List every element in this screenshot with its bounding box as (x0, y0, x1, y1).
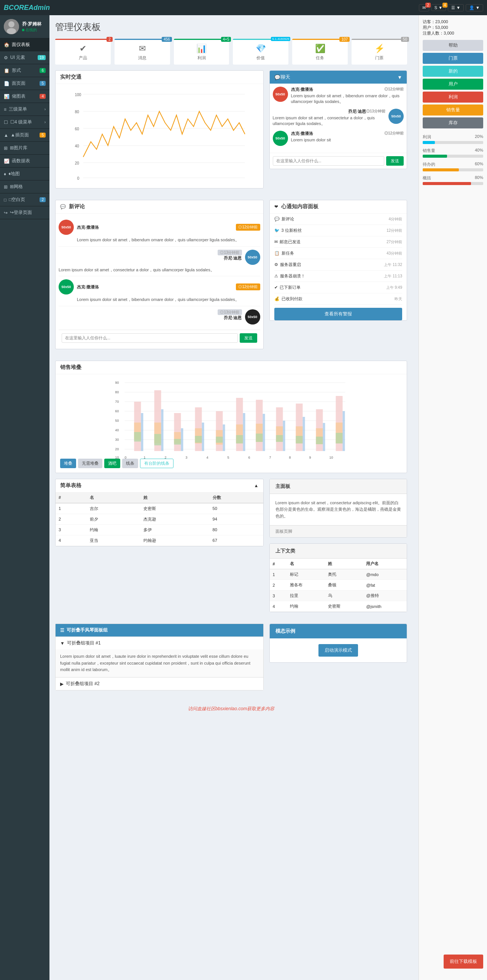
comment-item-4: 50x50 ◎13分钟前 乔尼·迪恩 (59, 306, 260, 330)
svg-rect-78 (296, 436, 303, 444)
info-box-messages[interactable]: ✉ 消息 456 (115, 39, 170, 65)
ticket-button[interactable]: 门票 (423, 53, 483, 64)
user-info: 乔·罗姆林 在线的 (22, 21, 42, 33)
svg-rect-46 (134, 432, 141, 442)
context-table-box: 上下文类 # 名 姓 用户名 (269, 543, 407, 612)
sidebar-item-menu3[interactable]: ≡三级菜单› (0, 103, 49, 116)
top-header: BCOREAdmin ✉ 2 S ▼ 4 ☰ ▼ 👤 ▼ (0, 0, 487, 15)
view-all-button[interactable]: 查看所有警报 (274, 308, 402, 320)
svg-text:50: 50 (115, 419, 119, 423)
modal-open-button[interactable]: 启动演示模式 (318, 644, 358, 657)
header-badge-notifications[interactable]: S ▼ 4 (431, 4, 446, 11)
stock-button[interactable]: 库存 (423, 118, 483, 129)
info-box-product[interactable]: ✔ 产品 2 (55, 39, 111, 65)
gallery-icon: ⊞ (4, 146, 8, 151)
sidebar-menu: 🏠面仪表板 ⚙UI 元素19 📋形式6 📄面页面5 📊储图表4 ≡三级菜单› ☐… (0, 38, 49, 219)
sidebar-item-grid[interactable]: ⊞⊞网格 (0, 180, 49, 193)
help-button[interactable]: 帮助 (423, 40, 483, 51)
sidebar-item-inserts[interactable]: ▲▲插页面5 (0, 129, 49, 142)
info-box-value[interactable]: 💎 价值 S.1.4160929 (233, 39, 288, 65)
accordion-item-1-header[interactable]: ▼ 可折叠组项目 #1 (56, 637, 263, 649)
accordion-item-1-body: Lorem ipsum dolor sit amet，luaute irure … (56, 649, 263, 677)
product-label: 产品 (79, 55, 87, 61)
stat-sales: 销售量 40% (423, 148, 483, 158)
context-table: # 名 姓 用户名 1 标记 奥托 (270, 558, 407, 612)
notif-item-8: 💰 已收到付款 昨天 (274, 293, 402, 305)
chat-send-button[interactable]: 发送 (386, 156, 404, 165)
context-table-body: # 名 姓 用户名 1 标记 奥托 (270, 558, 407, 612)
modal-example-header: 模态示例 (270, 624, 407, 638)
svg-text:3: 3 (186, 456, 188, 460)
notifications-icon: ❤ (274, 204, 278, 209)
realtime-section: 实时交通 100 80 60 40 20 (55, 70, 263, 194)
sidebar-item-blank[interactable]: □□空白页2 (0, 193, 49, 206)
svg-text:70: 70 (115, 400, 119, 404)
sidebar-item-ui[interactable]: ⚙UI 元素19 (0, 51, 49, 64)
simple-table: # 名 姓 分数 1 吉尔 史密斯 (56, 492, 263, 546)
svg-text:20: 20 (115, 447, 119, 451)
chat-input[interactable] (273, 156, 385, 165)
realtime-chart-area: 100 80 60 40 20 0 (60, 89, 259, 183)
user-name: 乔·罗姆林 (22, 21, 42, 27)
ctx-col-last: 姓 (325, 558, 363, 569)
realtime-header: 实时交通 (56, 71, 263, 84)
main-row-3: 简单表格 ▲ # 名 姓 分数 (55, 479, 407, 618)
sidebar-item-gallery[interactable]: ⊞⊞图片库 (0, 142, 49, 155)
header-badge-messages[interactable]: ✉ 2 (419, 4, 429, 11)
svg-text:10: 10 (115, 456, 119, 460)
tickets-icon: ⚡ (374, 44, 385, 54)
sidebar-item-charts[interactable]: 📊储图表4 (0, 90, 49, 103)
svg-text:40: 40 (115, 428, 119, 432)
sidebar: 乔·罗姆林 在线的 🏠面仪表板 ⚙UI 元素19 📋形式6 📄面页面5 📊储图表… (0, 15, 49, 980)
sidebar-item-maps[interactable]: ♦♦地图 (0, 167, 49, 180)
info-box-tickets[interactable]: ⚡ 门票 50 (351, 39, 407, 65)
svg-text:30: 30 (115, 438, 119, 442)
accordion-box: ☰ 可折叠手风琴面板组 ▼ 可折叠组项目 #1 Lorem ipsum dolo… (55, 624, 263, 690)
comment-input[interactable] (62, 333, 238, 343)
sidebar-item-menu4[interactable]: ☐☐4 级菜单› (0, 116, 49, 129)
user-button[interactable]: 用户 (423, 79, 483, 90)
messages-icon: ✉ (139, 44, 146, 54)
sidebar-item-login[interactable]: ↪↪登录页面 (0, 206, 49, 219)
svg-text:8: 8 (289, 456, 291, 460)
bar-chart-svg: 90 80 70 60 50 40 30 20 10 0 1 2 3 (60, 379, 402, 463)
panel-heading: 主面板 (270, 479, 407, 494)
profit-icon: 📊 (196, 44, 207, 54)
info-box-tasks[interactable]: ✅ 任务 107 (292, 39, 348, 65)
header-badge-tasks[interactable]: ☰ ▼ (448, 4, 464, 11)
comment-avatar-2: 50x50 (245, 250, 260, 265)
accordion-item-2-label: 可折叠组项目 #2 (66, 681, 100, 687)
new-button[interactable]: 新的 (423, 66, 483, 77)
notif-item-1: 💬 新评论 4分钟前 (274, 213, 402, 225)
info-box-profit[interactable]: 📊 利润 4+5 (174, 39, 230, 65)
panel-footer: 面板页脚 (270, 525, 407, 537)
chat-collapse[interactable]: ▼ (397, 75, 402, 80)
svg-rect-71 (263, 414, 265, 451)
stat-overview: 概括 80% (423, 175, 483, 185)
maps-icon: ♦ (4, 171, 6, 177)
sidebar-item-forms[interactable]: 📋形式6 (0, 64, 49, 77)
svg-rect-55 (181, 428, 184, 451)
context-table-heading: 上下文类 (270, 544, 407, 558)
download-button[interactable]: 前往下载模板 (444, 955, 483, 969)
table-collapse-icon[interactable]: ▲ (254, 483, 259, 488)
sidebar-item-pages[interactable]: 📄面页面5 (0, 77, 49, 90)
sidebar-item-dashboard[interactable]: 🏠面仪表板 (0, 38, 49, 51)
profit-button[interactable]: 利润 (423, 92, 483, 103)
accordion-item-2-header[interactable]: ▶ 可折叠组项目 #2 (56, 678, 263, 690)
sidebar-item-datatables[interactable]: 📈函数据表 (0, 155, 49, 167)
svg-rect-70 (256, 434, 263, 442)
svg-text:0: 0 (125, 456, 127, 460)
svg-text:7: 7 (269, 456, 271, 460)
table-row: 4 亚当 约翰逊 67 (56, 535, 263, 546)
value-icon: 💎 (255, 44, 266, 54)
main-row-1: 实时交通 100 80 60 40 20 (55, 70, 407, 194)
ctx-table-row: 1 标记 奥托 @mdo (270, 569, 407, 580)
header-badge-user[interactable]: 👤 ▼ (466, 4, 483, 11)
notif-item-5: ⚙ 服务器重启 上午 11:32 (274, 259, 402, 270)
sales-button[interactable]: 销售量 (423, 105, 483, 116)
comment-send-button[interactable]: 发送 (240, 333, 257, 343)
svg-text:10: 10 (329, 456, 333, 460)
notif-icon-8: 💰 (274, 296, 279, 301)
svg-rect-86 (336, 433, 343, 444)
